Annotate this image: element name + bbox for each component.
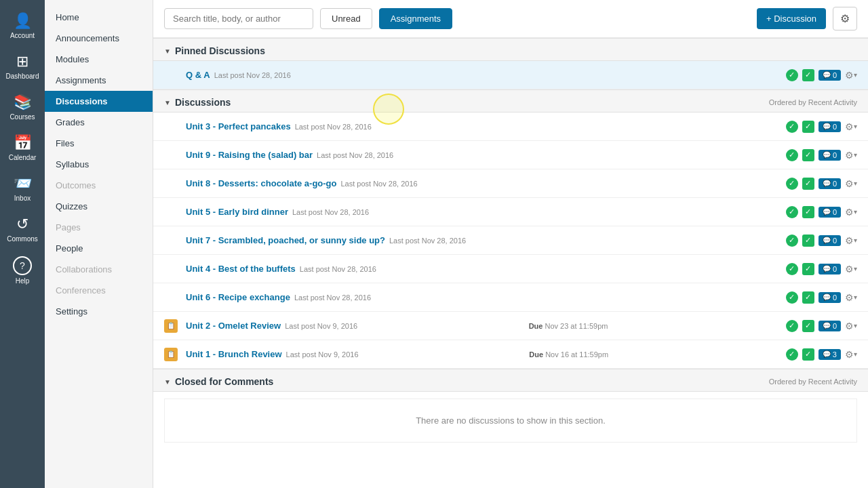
discussion-actions-qa: ✓ ✓ 💬 0 ⚙▾ bbox=[786, 69, 857, 81]
add-discussion-button[interactable]: + Discussion bbox=[757, 8, 826, 29]
disc-meta-d7: Last post Nov 28, 2016 bbox=[294, 293, 371, 302]
filter-unread-button[interactable]: Unread bbox=[320, 8, 372, 29]
rail-item-dashboard[interactable]: ⊞ Dashboard bbox=[0, 46, 45, 87]
inbox-icon: 📨 bbox=[14, 175, 32, 192]
subscribed-icon-d1: ✓ bbox=[802, 121, 814, 133]
chat-icon-d6: 💬 bbox=[823, 265, 831, 272]
pinned-collapse-icon[interactable]: ▼ bbox=[164, 47, 171, 55]
discussion-row-d8: 📋 Unit 2 - Omelet Review Last post Nov 9… bbox=[153, 312, 868, 340]
sidebar-item-syllabus[interactable]: Syllabus bbox=[45, 154, 153, 175]
sidebar-item-files[interactable]: Files bbox=[45, 133, 153, 154]
disc-actions-d4: ✓ ✓ 💬 0 ⚙▾ bbox=[786, 206, 857, 218]
unread-badge-d5: 💬 0 bbox=[818, 235, 841, 246]
sidebar-item-announcements[interactable]: Announcements bbox=[45, 28, 153, 49]
assignment-icon-d8: 📋 bbox=[164, 319, 180, 333]
sidebar-item-settings[interactable]: Settings bbox=[45, 301, 153, 322]
sidebar-item-pages: Pages bbox=[45, 217, 153, 238]
subscribed-icon-d6: ✓ bbox=[802, 263, 814, 275]
unread-count-d1: 0 bbox=[833, 123, 837, 131]
disc-title-d9[interactable]: Unit 1 - Brunch Review bbox=[186, 349, 282, 359]
rail-label-inbox: Inbox bbox=[14, 195, 31, 202]
published-icon-d4: ✓ bbox=[786, 206, 798, 218]
sidebar-item-people[interactable]: People bbox=[45, 238, 153, 259]
closed-collapse-icon[interactable]: ▼ bbox=[164, 378, 171, 386]
pinned-section-title: ▼ Pinned Discussions bbox=[164, 45, 265, 56]
disc-title-d7[interactable]: Unit 6 - Recipe exchange bbox=[186, 292, 290, 302]
commons-icon: ↺ bbox=[16, 216, 28, 233]
sidebar-item-assignments[interactable]: Assignments bbox=[45, 70, 153, 91]
unread-badge-d9: 💬 3 bbox=[818, 349, 841, 360]
published-icon-d5: ✓ bbox=[786, 235, 798, 247]
gear-button-d4[interactable]: ⚙▾ bbox=[845, 207, 857, 218]
disc-title-d1[interactable]: Unit 3 - Perfect pancakes bbox=[186, 121, 291, 131]
dashboard-icon: ⊞ bbox=[16, 53, 28, 70]
gear-button-d2[interactable]: ⚙▾ bbox=[845, 150, 857, 161]
closed-section-header: ▼ Closed for Comments Ordered by Recent … bbox=[153, 369, 868, 392]
disc-meta-d2: Last post Nov 28, 2016 bbox=[317, 151, 393, 159]
sidebar-nav: Home Announcements Modules Assignments D… bbox=[45, 0, 153, 488]
closed-empty-message: There are no discussions to show in this… bbox=[164, 399, 857, 443]
disc-title-d3[interactable]: Unit 8 - Desserts: chocolate a-go-go bbox=[186, 178, 336, 188]
sidebar-item-quizzes[interactable]: Quizzes bbox=[45, 196, 153, 217]
closed-section-title: ▼ Closed for Comments bbox=[164, 376, 273, 387]
disc-title-d2[interactable]: Unit 9 - Raising the (salad) bar bbox=[186, 150, 313, 160]
unread-badge-d2: 💬 0 bbox=[818, 150, 841, 161]
unread-count-qa: 0 bbox=[833, 71, 837, 79]
subscribed-icon-qa: ✓ bbox=[802, 69, 814, 81]
gear-button-d6[interactable]: ⚙▾ bbox=[845, 264, 857, 274]
rail-item-inbox[interactable]: 📨 Inbox bbox=[0, 168, 45, 209]
rail-label-courses: Courses bbox=[9, 113, 35, 121]
discussions-collapse-icon[interactable]: ▼ bbox=[164, 99, 171, 106]
help-icon: ? bbox=[13, 256, 32, 275]
published-icon-d1: ✓ bbox=[786, 121, 798, 133]
unread-count-d4: 0 bbox=[833, 208, 837, 216]
rail-item-help[interactable]: ? Help bbox=[0, 249, 45, 291]
chat-icon-d9: 💬 bbox=[823, 350, 831, 358]
filter-assignments-button[interactable]: Assignments bbox=[379, 8, 452, 29]
gear-button-d1[interactable]: ⚙▾ bbox=[845, 121, 857, 132]
subscribed-icon-d7: ✓ bbox=[802, 291, 814, 304]
discussion-row-d9: 📋 Unit 1 - Brunch Review Last post Nov 9… bbox=[153, 340, 868, 369]
assignment-icon-d9: 📋 bbox=[164, 348, 180, 361]
search-input[interactable] bbox=[164, 8, 313, 29]
disc-meta-d4: Last post Nov 28, 2016 bbox=[292, 208, 369, 216]
gear-button-d3[interactable]: ⚙▾ bbox=[845, 178, 857, 189]
unread-badge-qa: 💬 0 bbox=[818, 70, 841, 81]
subscribed-icon-d3: ✓ bbox=[802, 178, 814, 190]
disc-meta-d1: Last post Nov 28, 2016 bbox=[295, 123, 372, 131]
sidebar-item-grades[interactable]: Grades bbox=[45, 112, 153, 133]
chat-icon-d8: 💬 bbox=[823, 322, 831, 329]
disc-meta-d9: Last post Nov 9, 2016 bbox=[286, 350, 359, 359]
sidebar-item-home[interactable]: Home bbox=[45, 7, 153, 28]
discussion-list: Unit 3 - Perfect pancakes Last post Nov … bbox=[153, 113, 868, 369]
rail-item-commons[interactable]: ↺ Commons bbox=[0, 209, 45, 249]
discussion-row-d3: Unit 8 - Desserts: chocolate a-go-go Las… bbox=[153, 169, 868, 198]
gear-button-d9[interactable]: ⚙▾ bbox=[845, 349, 857, 360]
sidebar-item-modules[interactable]: Modules bbox=[45, 49, 153, 70]
subscribed-icon-d9: ✓ bbox=[802, 348, 814, 361]
disc-title-d6[interactable]: Unit 4 - Best of the buffets bbox=[186, 264, 296, 274]
disc-meta-d3: Last post Nov 28, 2016 bbox=[340, 180, 417, 188]
disc-title-d8[interactable]: Unit 2 - Omelet Review bbox=[186, 321, 281, 331]
disc-title-d5[interactable]: Unit 7 - Scrambled, poached, or sunny si… bbox=[186, 235, 385, 245]
rail-item-courses[interactable]: 📚 Courses bbox=[0, 87, 45, 127]
topbar: Unread Assignments + Discussion ⚙ bbox=[153, 0, 868, 38]
gear-button-d7[interactable]: ⚙▾ bbox=[845, 292, 857, 303]
disc-actions-d1: ✓ ✓ 💬 0 ⚙▾ bbox=[786, 121, 857, 133]
disc-title-d4[interactable]: Unit 5 - Early bird dinner bbox=[186, 207, 288, 217]
calendar-icon: 📅 bbox=[14, 134, 32, 152]
discussion-title-qa[interactable]: Q & A bbox=[186, 70, 210, 80]
discussions-ordered-by: Ordered by Recent Activity bbox=[769, 98, 857, 106]
discussion-row-d5: Unit 7 - Scrambled, poached, or sunny si… bbox=[153, 226, 868, 255]
gear-button-d5[interactable]: ⚙▾ bbox=[845, 235, 857, 246]
sidebar-item-discussions[interactable]: Discussions bbox=[45, 91, 153, 112]
discussions-section-header: ▼ Discussions Ordered by Recent Activity bbox=[153, 89, 868, 113]
sidebar-item-conferences: Conferences bbox=[45, 280, 153, 301]
rail-item-calendar[interactable]: 📅 Calendar bbox=[0, 127, 45, 168]
gear-button-d8[interactable]: ⚙▾ bbox=[845, 321, 857, 331]
gear-button-qa[interactable]: ⚙▾ bbox=[845, 70, 857, 81]
published-icon-d2: ✓ bbox=[786, 149, 798, 161]
discussions-settings-button[interactable]: ⚙ bbox=[833, 7, 857, 30]
unread-count-d5: 0 bbox=[833, 237, 837, 245]
rail-item-account[interactable]: 👤 Account bbox=[0, 5, 45, 46]
